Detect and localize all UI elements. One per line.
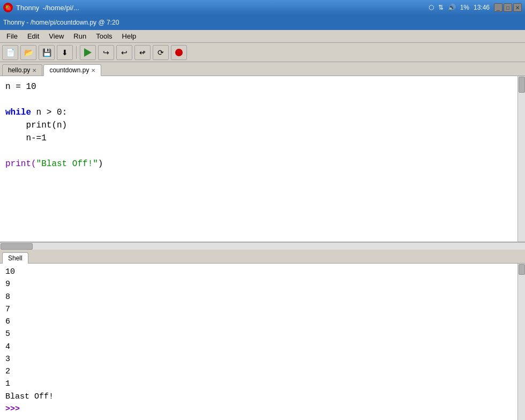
code-line-2	[5, 95, 11, 104]
menu-help[interactable]: Help	[118, 31, 141, 41]
full-path-title: Thonny - /home/pi/countdown.py @ 7:20	[3, 19, 119, 26]
shell-output-blast-off: Blast Off!	[5, 391, 520, 403]
shell-panel: Shell 10 9 8 7 6 5 4 3 2 1 Blast Off! >>…	[0, 250, 525, 420]
shell-scrollbar-thumb[interactable]	[519, 264, 525, 275]
volume-icon: 🔊	[448, 4, 456, 11]
resume-button[interactable]: ⟳	[153, 45, 169, 60]
shell-output-5: 5	[5, 328, 520, 340]
shell-tab[interactable]: Shell	[2, 252, 28, 264]
open-file-button[interactable]: 📂	[20, 45, 36, 60]
stop-icon	[175, 49, 183, 56]
run-icon	[84, 48, 92, 57]
code-blast-off-string: "Blast Off!"	[36, 159, 98, 169]
titlebar-right: ⬡ ⇅ 🔊 1% 13:46 _ □ ✕	[429, 3, 522, 12]
tab-countdown-py-close[interactable]: ✕	[91, 68, 95, 73]
maximize-button[interactable]: □	[504, 3, 512, 12]
tab-countdown-py-label: countdown.py	[49, 66, 89, 74]
shell-prompt: >>>	[5, 404, 20, 414]
toolbar-separator-1	[76, 46, 77, 59]
new-file-button[interactable]: 📄	[2, 45, 18, 60]
menu-view[interactable]: View	[44, 31, 68, 41]
menu-file[interactable]: File	[2, 31, 22, 41]
path-bar: Thonny - /home/pi/countdown.py @ 7:20	[0, 15, 525, 30]
window-title-path: -/home/pi/...	[42, 4, 79, 12]
code-line-6	[5, 146, 11, 156]
code-line-4: print(n)	[5, 121, 67, 130]
shell-output-7: 7	[5, 303, 520, 316]
shell-prompt-line[interactable]: >>>	[5, 403, 520, 415]
editor-tabs-bar: hello.py ✕ countdown.py ✕	[0, 62, 525, 76]
shell-output-4: 4	[5, 341, 520, 353]
editor-hscroll-thumb[interactable]	[1, 243, 33, 250]
editor-scrollbar-thumb[interactable]	[519, 77, 525, 93]
code-print-end: )	[98, 159, 103, 169]
code-line-3-rest: n > 0:	[31, 108, 67, 117]
toolbar: 📄 📂 💾 ⬇ ↪ ↩ ↫ ⟳	[0, 43, 525, 62]
step-into-button[interactable]: ↩	[116, 45, 132, 60]
shell-tab-label: Shell	[8, 254, 22, 262]
stop-button[interactable]	[171, 45, 187, 60]
editor-area[interactable]: n = 10 while n > 0: print(n) n-=1 print(…	[0, 76, 525, 242]
shell-output-1: 1	[5, 378, 520, 390]
load-button[interactable]: ⬇	[57, 45, 73, 60]
window-title-left: Thonny	[16, 4, 39, 12]
shell-tab-bar: Shell	[0, 250, 525, 264]
window-controls[interactable]: _ □ ✕	[494, 3, 522, 12]
shell-output-10: 10	[5, 266, 520, 278]
clock: 13:46	[474, 4, 490, 11]
code-line-1: n = 10	[5, 82, 36, 92]
shell-output-2: 2	[5, 365, 520, 378]
shell-output-6: 6	[5, 316, 520, 328]
shell-output-8: 8	[5, 291, 520, 303]
tab-hello-py-label: hello.py	[8, 66, 30, 74]
code-line-5: n-=1	[5, 133, 47, 143]
step-over-button[interactable]: ↪	[98, 45, 114, 60]
shell-output-3: 3	[5, 353, 520, 365]
shell-output-9: 9	[5, 278, 520, 290]
battery-indicator: 1%	[460, 4, 469, 11]
titlebar-left: 🍓 Thonny -/home/pi/...	[3, 3, 79, 12]
close-button[interactable]: ✕	[513, 3, 522, 12]
bluetooth-icon: ⬡	[429, 4, 434, 11]
save-file-button[interactable]: 💾	[39, 45, 55, 60]
tab-hello-py-close[interactable]: ✕	[32, 68, 36, 73]
step-out-button[interactable]: ↫	[134, 45, 151, 60]
editor-vertical-scrollbar[interactable]	[518, 76, 525, 242]
app-icon: 🍓	[3, 3, 13, 12]
menu-tools[interactable]: Tools	[92, 31, 116, 41]
tab-hello-py[interactable]: hello.py ✕	[2, 64, 42, 76]
code-print-keyword: print(	[5, 159, 36, 169]
tab-countdown-py[interactable]: countdown.py ✕	[43, 64, 101, 76]
network-icon: ⇅	[438, 4, 444, 11]
menu-edit[interactable]: Edit	[23, 31, 43, 41]
menubar: File Edit View Run Tools Help	[0, 30, 525, 43]
editor-content[interactable]: n = 10 while n > 0: print(n) n-=1 print(…	[0, 76, 525, 175]
menu-run[interactable]: Run	[69, 31, 91, 41]
minimize-button[interactable]: _	[494, 3, 502, 12]
shell-content[interactable]: 10 9 8 7 6 5 4 3 2 1 Blast Off! >>>	[0, 264, 525, 420]
shell-vertical-scrollbar[interactable]	[518, 264, 525, 420]
run-button[interactable]	[80, 45, 96, 60]
code-keyword-while: while	[5, 108, 31, 117]
window-titlebar: 🍓 Thonny -/home/pi/... ⬡ ⇅ 🔊 1% 13:46 _ …	[0, 0, 525, 15]
editor-horizontal-scrollbar[interactable]	[0, 242, 525, 250]
